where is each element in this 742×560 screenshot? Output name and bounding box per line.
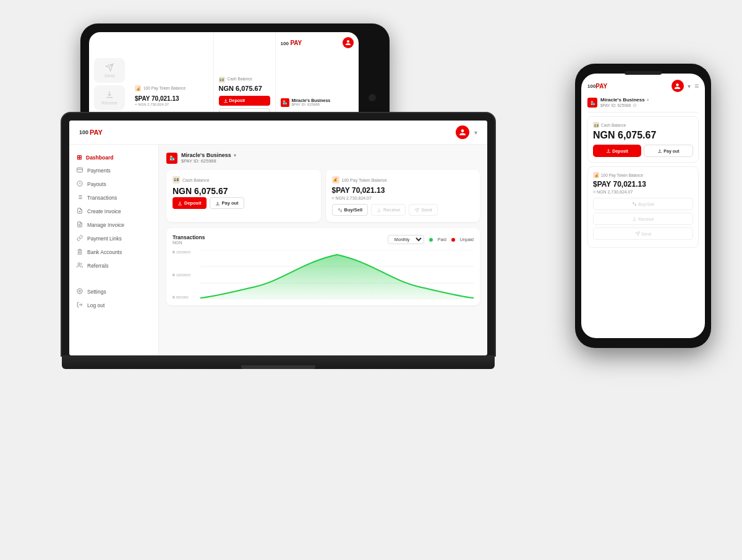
- dash-chevron-icon: ▾: [474, 129, 477, 136]
- pv-token-card: 💰 100 Pay Token Balance $PAY 70,021.13 =…: [587, 166, 699, 248]
- token-sub-amount: = NGN 2,730,824.07: [332, 196, 474, 200]
- send-action-btn[interactable]: Send: [94, 58, 125, 83]
- payout-button[interactable]: Pay out: [210, 197, 244, 209]
- receive-button[interactable]: Receive: [371, 204, 406, 216]
- token-card-actions: Buy/Sell Receive Send: [332, 204, 474, 216]
- sidebar-item-logout[interactable]: Log out: [69, 299, 158, 312]
- y-label-1000: ₦ 1000000: [173, 273, 190, 277]
- sidebar-item-payouts[interactable]: Payouts: [69, 177, 158, 191]
- chevron-icon: ▾: [234, 153, 236, 158]
- cash-amount: NGN 6,075.67: [173, 186, 315, 196]
- receive-action-btn[interactable]: Receive: [94, 85, 125, 110]
- chart-area: ₦ 1500000 ₦ 1000000 ₦ 500000: [173, 250, 474, 299]
- svg-marker-18: [78, 249, 82, 250]
- logo-pay: PAY: [90, 129, 103, 136]
- deposit-btn-h[interactable]: Deposit: [219, 96, 270, 106]
- logout-icon: [77, 302, 83, 309]
- y-label-500: ₦ 500000: [173, 295, 190, 299]
- phone-notch: [369, 94, 376, 101]
- ph-biz-id: $PAY ID: 625988: [292, 103, 331, 106]
- token-label: 100 Pay Token Balance: [143, 86, 186, 90]
- phone-v-inner: 100 PAY ▾ ≡ 🏪: [581, 74, 705, 338]
- pv-deposit-btn[interactable]: Deposit: [593, 145, 641, 157]
- ph-avatar: [343, 37, 354, 48]
- dash-logo: 100 PAY: [79, 129, 103, 136]
- ph-biz-name: Miracle's Business: [292, 98, 331, 103]
- token-sub: = NGN 2,730,824.07: [135, 103, 208, 106]
- pv-send-btn[interactable]: Send: [593, 227, 693, 240]
- cash-icon: 💵: [173, 176, 180, 184]
- business-header: 🏪 Miracle's Business ▾ $PAY ID: 625988: [166, 152, 480, 164]
- sidebar-item-transactions[interactable]: Transactions: [69, 191, 158, 205]
- dash-main: 🏪 Miracle's Business ▾ $PAY ID: 625988: [159, 145, 487, 355]
- pv-biz-id: $PAY ID: 625988: [600, 103, 631, 108]
- phone-v-business: 🏪 Miracle's Business ▾ $PAY ID: 625988 ⊙: [587, 97, 699, 112]
- sidebar-item-payments[interactable]: Payments: [69, 164, 158, 177]
- deposit-button[interactable]: Deposit: [173, 197, 207, 209]
- business-name: Miracle's Business: [181, 152, 231, 158]
- phone-v-avatar: [672, 80, 684, 92]
- buysell-button[interactable]: Buy/Sell: [332, 204, 369, 216]
- sidebar-item-payment-links[interactable]: Payment Links: [69, 232, 158, 245]
- sidebar-item-create-invoice[interactable]: Create Invoice: [69, 205, 158, 218]
- ph-header: 100 PAY: [281, 37, 354, 48]
- phone-v-header-icons: ▾ ≡: [672, 80, 699, 92]
- bank-icon: [77, 248, 83, 256]
- business-icon: 🏪: [166, 153, 177, 164]
- sidebar-item-bank-accounts[interactable]: Bank Accounts: [69, 245, 158, 259]
- chart-header: Transactions NGN Monthly Paid: [173, 234, 474, 245]
- fileplus-icon: [77, 208, 83, 215]
- cash-card-label: 💵 Cash Balance: [173, 176, 315, 184]
- svg-point-20: [79, 291, 81, 292]
- token-balance-card: 💰 100 Pay Token Balance $PAY 70,021.13 =…: [326, 170, 480, 222]
- pv-biz-chevron: ▾: [647, 98, 649, 103]
- send-label: Send: [104, 74, 114, 78]
- grid-icon: ⊞: [77, 154, 82, 161]
- phone-v-logo: 100 PAY: [587, 83, 607, 90]
- dash-sidebar: ⊞ Dashboard Payments: [69, 145, 159, 355]
- chart-subtitle: NGN: [173, 240, 205, 245]
- ph-biz-icon: 🏪: [281, 98, 289, 107]
- sidebar-item-referrals[interactable]: Referrals: [69, 259, 158, 273]
- send-icon: [77, 180, 83, 188]
- pv-menu-icon: ≡: [694, 82, 699, 90]
- token-amount: $PAY 70,021.13: [332, 186, 474, 195]
- dash-body: ⊞ Dashboard Payments: [69, 145, 487, 355]
- svg-point-19: [78, 263, 80, 265]
- settings-icon: [77, 288, 83, 295]
- chart-y-labels: ₦ 1500000 ₦ 1000000 ₦ 500000: [173, 250, 190, 299]
- pv-biz-icon: 🏪: [587, 98, 597, 108]
- logo-100: 100: [79, 129, 88, 135]
- cash-balance-card: 💵 Cash Balance NGN 6,075.67 Deposit: [166, 170, 321, 222]
- laptop-base: [62, 355, 495, 369]
- sidebar-item-dashboard[interactable]: ⊞ Dashboard: [69, 151, 158, 164]
- token-card-label: 💰 100 Pay Token Balance: [332, 176, 474, 184]
- phone-v-notch: [625, 71, 662, 75]
- pv-cash-label: 💵 Cash Balance: [593, 122, 693, 128]
- pv-receive-btn[interactable]: Receive: [593, 213, 693, 225]
- pv-cash-actions: Deposit Pay out: [593, 145, 693, 157]
- svg-rect-0: [77, 168, 82, 172]
- receive-label: Receive: [101, 101, 117, 105]
- list-icon: [77, 194, 83, 202]
- pv-payout-btn[interactable]: Pay out: [644, 145, 693, 157]
- users-icon: [77, 262, 83, 269]
- dash-header: 100 PAY ▾: [69, 121, 487, 145]
- sidebar-item-settings[interactable]: Settings: [69, 285, 158, 299]
- token-amount: $PAY 70,021.13: [135, 95, 208, 102]
- pv-copy-icon: ⊙: [633, 103, 637, 108]
- paid-legend-label: Paid: [438, 237, 446, 242]
- phone-v-header: 100 PAY ▾ ≡: [587, 80, 699, 92]
- chart-legend: Paid Unpaid: [429, 237, 474, 242]
- pv-token-icon: 💰: [593, 172, 599, 178]
- pv-buysell-btn[interactable]: Buy/Sell: [593, 198, 693, 210]
- paid-legend-dot: [429, 238, 433, 242]
- business-id: $PAY ID: 625988: [181, 158, 236, 164]
- phone-vertical: 100 PAY ▾ ≡ 🏪: [575, 64, 711, 348]
- dash-header-right: ▾: [456, 125, 477, 139]
- send-button[interactable]: Send: [409, 204, 438, 216]
- chart-svg: [200, 250, 474, 299]
- chart-filter[interactable]: Monthly: [388, 235, 424, 244]
- sidebar-item-manage-invoice[interactable]: Manage Invoice: [69, 218, 158, 232]
- ph-biz-row: 🏪 Miracle's Business $PAY ID: 625988: [281, 98, 354, 107]
